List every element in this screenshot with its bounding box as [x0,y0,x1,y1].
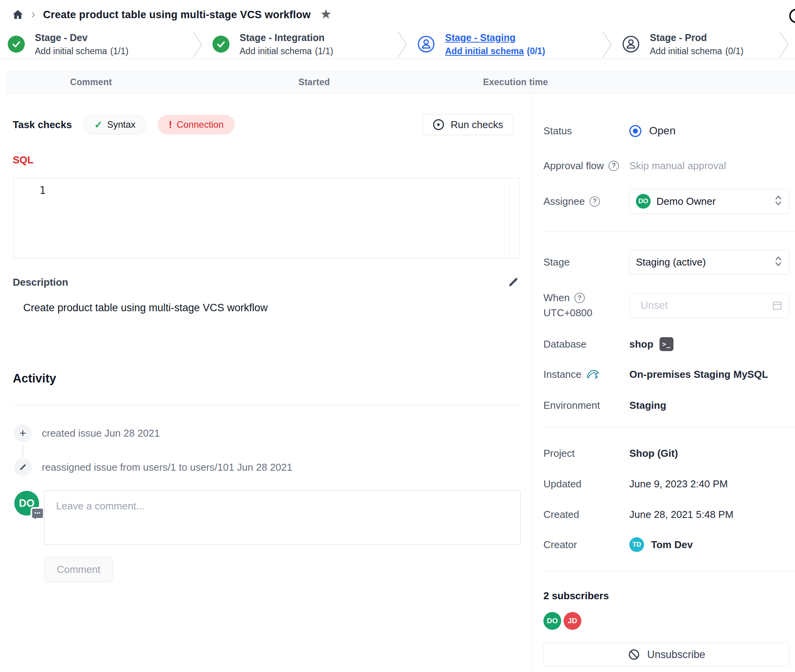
instance-value[interactable]: On-premises Staging MySQL [629,369,768,381]
subscribers-title: 2 subscribers [543,590,609,602]
database-row: Database shop >_ [543,336,790,353]
exclaim-icon: ! [169,119,172,130]
stage-separator-icon [397,31,408,58]
created-row: Created June 28, 2021 5:48 PM [543,506,790,523]
environment-label: Environment [543,399,629,411]
run-checks-label: Run checks [451,119,503,131]
syntax-check-badge[interactable]: ✓ Syntax [84,115,146,134]
updated-row: Updated June 9, 2023 2:40 PM [543,475,790,492]
sql-section-label: SQL [13,154,33,166]
check-icon: ✓ [94,119,103,130]
updated-label: Updated [543,478,629,490]
approval-flow-label: Approval flow [543,160,604,172]
stage-title: Stage - Integration [240,32,333,43]
prohibition-icon [628,648,640,661]
column-header-comment: Comment [70,71,112,93]
status-label: Status [543,125,629,137]
description-text: Create product table using multi-stage V… [23,302,268,314]
comment-input[interactable] [44,490,521,545]
when-placeholder: Unset [641,300,668,312]
mysql-dolphin-icon [586,369,600,380]
stage-task-link[interactable]: Add initial schema [650,46,722,56]
chevron-updown-icon [774,195,782,208]
badge-label: Syntax [107,119,135,130]
task-checks-label: Task checks [13,119,72,131]
assignee-select[interactable]: DO Demo Owner [629,189,790,214]
page-title[interactable]: Create product table using multi-stage V… [43,9,310,21]
play-circle-icon [432,118,445,131]
task-run-table-header: Comment Started Execution time [7,71,795,94]
breadcrumb: › Create product table using multi-stage… [0,0,795,29]
plus-icon: + [14,424,32,442]
created-value: June 28, 2021 5:48 PM [629,509,733,521]
pencil-icon [14,458,32,476]
when-timezone: UTC+0800 [543,307,592,319]
check-circle-icon [212,36,230,53]
project-row: Project Shop (Git) [543,445,790,462]
connection-check-badge[interactable]: ! Connection [158,115,235,134]
chat-bubble-icon: ••• [31,507,45,519]
comment-button[interactable]: Comment [44,557,113,582]
issue-detail-page: › Create product table using multi-stage… [0,0,795,672]
run-checks-button[interactable]: Run checks [422,114,513,135]
description-label: Description [13,276,68,288]
stage-title: Stage - Dev [35,32,129,43]
stage-staging[interactable]: Stage - Staging Add initial schema(0/1) [417,29,545,59]
stage-task-count: (1/1) [110,46,129,56]
stage-separator-icon [779,31,790,58]
avatar: DO [543,612,561,630]
avatar: DO ••• [14,491,39,516]
status-value: Open [649,125,676,137]
status-open-radio[interactable] [629,125,641,137]
star-icon[interactable]: ★ [320,6,332,22]
calendar-icon [771,300,783,311]
when-date-input[interactable]: Unset [629,293,790,318]
activity-text: reassigned issue from users/1 to users/1… [42,461,293,473]
updated-value: June 9, 2023 2:40 PM [629,478,728,490]
home-icon[interactable] [12,9,24,21]
divider [543,231,795,232]
stage-integration[interactable]: Stage - Integration Add initial schema(1… [212,29,333,59]
stage-prod[interactable]: Stage - Prod Add initial schema(0/1) [622,29,744,59]
badge-label: Connection [176,119,223,130]
help-icon[interactable]: ? [608,161,619,171]
subscribers-row: 2 subscribers [543,588,790,603]
editor-minimap-divider [509,178,510,258]
environment-value: Staging [629,399,666,411]
help-icon[interactable]: ? [589,196,600,207]
database-value[interactable]: shop [629,338,653,350]
divider [13,405,520,405]
stage-task-link[interactable]: Add initial schema [240,46,312,56]
avatar: JD [564,612,581,630]
unsubscribe-button[interactable]: Unsubscribe [543,643,790,667]
database-label: Database [543,338,629,350]
person-circle-icon [622,35,640,53]
stage-task-link[interactable]: Add initial schema [445,46,524,56]
sql-editor[interactable]: 1 [14,178,520,259]
approval-flow-value: Skip manual approval [629,160,726,172]
person-circle-icon [417,35,435,53]
column-header-execution-time: Execution time [483,71,548,93]
divider [543,427,795,427]
assignee-value: Demo Owner [656,195,716,207]
stage-dev[interactable]: Stage - Dev Add initial schema(1/1) [8,29,129,59]
stage-title-link[interactable]: Stage - Staging [445,32,545,43]
activity-item-reassigned: reassigned issue from users/1 to users/1… [14,458,293,476]
help-icon[interactable]: ? [574,293,585,303]
edit-description-button[interactable] [506,276,520,290]
stage-task-count: (1/1) [315,46,333,56]
sql-terminal-icon[interactable]: >_ [660,337,673,351]
instance-label: Instance [543,369,581,381]
project-value[interactable]: Shop (Git) [629,447,678,459]
column-header-started: Started [298,71,330,93]
activity-text: created issue Jun 28 2021 [42,427,160,439]
environment-row: Environment Staging [543,397,790,414]
unsubscribe-label: Unsubscribe [647,649,705,661]
stage-select[interactable]: Staging (active) [629,250,790,274]
created-label: Created [543,509,629,521]
creator-label: Creator [543,539,629,551]
stage-task-link[interactable]: Add initial schema [35,46,107,56]
stage-label: Stage [543,256,629,268]
avatar: DO [636,194,651,209]
editor-line-number: 1 [39,185,46,196]
